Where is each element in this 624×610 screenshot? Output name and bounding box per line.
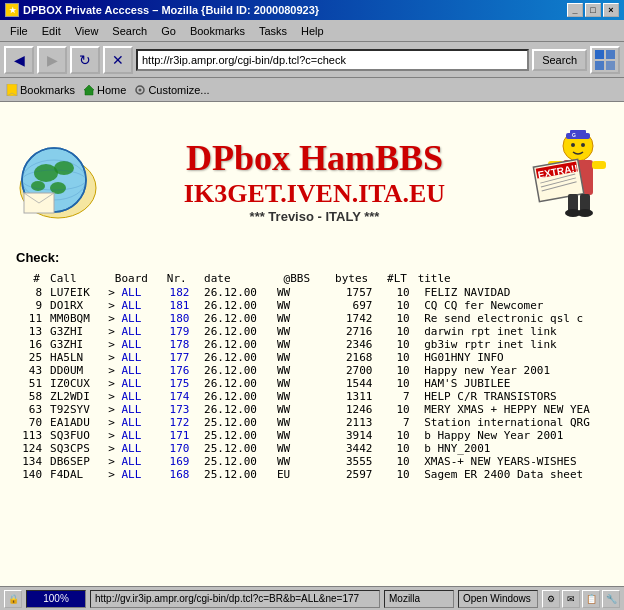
home-link[interactable]: Home — [83, 84, 126, 96]
cell-nr[interactable]: 175 — [156, 377, 193, 390]
home-label: Home — [97, 84, 126, 96]
content-area[interactable]: DPbox HamBBS IK3GET.IVEN.ITA.EU *** Trev… — [0, 102, 624, 586]
cell-bbs: WW — [266, 442, 318, 455]
board-link[interactable]: ALL — [121, 429, 141, 442]
cell-nr[interactable]: 179 — [156, 325, 193, 338]
cell-arrow-board: > ALL — [98, 442, 157, 455]
board-link[interactable]: ALL — [121, 351, 141, 364]
search-button[interactable]: Search — [532, 49, 587, 71]
board-link[interactable]: ALL — [121, 325, 141, 338]
cell-date: 25.12.00 — [193, 429, 266, 442]
back-button[interactable]: ◀ — [4, 46, 34, 74]
cell-nr[interactable]: 172 — [156, 416, 193, 429]
cell-nr[interactable]: 180 — [156, 312, 193, 325]
customize-link[interactable]: Customize... — [134, 84, 209, 96]
cell-bytes: 1311 — [318, 390, 377, 403]
table-row: 113 SQ3FUO > ALL 171 25.12.00 WW 3914 10… — [16, 429, 608, 442]
cell-call: DB6SEP — [46, 455, 98, 468]
cell-bytes: 2700 — [318, 364, 377, 377]
board-link[interactable]: ALL — [121, 312, 141, 325]
cell-bbs: EU — [266, 468, 318, 481]
cell-nr[interactable]: 170 — [156, 442, 193, 455]
status-icon-2: ✉ — [562, 590, 580, 608]
cell-nr[interactable]: 177 — [156, 351, 193, 364]
svg-point-13 — [50, 182, 66, 194]
board-link[interactable]: ALL — [121, 338, 141, 351]
cell-nr[interactable]: 168 — [156, 468, 193, 481]
cell-num: 63 — [16, 403, 46, 416]
board-link[interactable]: ALL — [121, 468, 141, 481]
menu-help[interactable]: Help — [295, 23, 330, 39]
stop-button[interactable]: ✕ — [103, 46, 133, 74]
reload-button[interactable]: ↻ — [70, 46, 100, 74]
close-button[interactable]: × — [603, 3, 619, 17]
cell-num: 70 — [16, 416, 46, 429]
cell-bbs: WW — [266, 416, 318, 429]
cell-arrow-board: > ALL — [98, 403, 157, 416]
window-controls[interactable]: _ □ × — [567, 3, 619, 17]
forward-button[interactable]: ▶ — [37, 46, 67, 74]
cell-arrow-board: > ALL — [98, 429, 157, 442]
cell-date: 26.12.00 — [193, 377, 266, 390]
cell-call: EA1ADU — [46, 416, 98, 429]
cell-lt: 10 — [376, 364, 413, 377]
cell-lt: 10 — [376, 455, 413, 468]
cell-arrow-board: > ALL — [98, 416, 157, 429]
cell-call: IZ0CUX — [46, 377, 98, 390]
cell-date: 26.12.00 — [193, 299, 266, 312]
cell-nr[interactable]: 174 — [156, 390, 193, 403]
board-link[interactable]: ALL — [121, 455, 141, 468]
board-link[interactable]: ALL — [121, 377, 141, 390]
board-link[interactable]: ALL — [121, 442, 141, 455]
menu-view[interactable]: View — [69, 23, 105, 39]
svg-rect-1 — [606, 50, 615, 59]
cell-bbs: WW — [266, 455, 318, 468]
cell-bbs: WW — [266, 286, 318, 299]
cell-arrow-board: > ALL — [98, 455, 157, 468]
cell-title: FELIZ NAVIDAD — [414, 286, 608, 299]
progress-indicator: 100% — [26, 590, 86, 608]
board-link[interactable]: ALL — [121, 403, 141, 416]
cell-nr[interactable]: 182 — [156, 286, 193, 299]
cell-nr[interactable]: 181 — [156, 299, 193, 312]
cell-lt: 10 — [376, 286, 413, 299]
cell-call: SQ3CPS — [46, 442, 98, 455]
board-link[interactable]: ALL — [121, 299, 141, 312]
cell-title: gb3iw rptr inet link — [414, 338, 608, 351]
cell-title: CQ CQ fer Newcomer — [414, 299, 608, 312]
cell-bytes: 2168 — [318, 351, 377, 364]
board-link[interactable]: ALL — [121, 416, 141, 429]
cell-title: HG01HNY INFO — [414, 351, 608, 364]
cell-arrow-board: > ALL — [98, 312, 157, 325]
menu-search[interactable]: Search — [106, 23, 153, 39]
cell-call: DO1RX — [46, 299, 98, 312]
menu-edit[interactable]: Edit — [36, 23, 67, 39]
bookmarks-link[interactable]: Bookmarks — [6, 84, 75, 96]
title-bar: ★ DPBOX Private Acccess – Mozilla {Build… — [0, 0, 624, 20]
cell-nr[interactable]: 176 — [156, 364, 193, 377]
cell-num: 8 — [16, 286, 46, 299]
cell-nr[interactable]: 173 — [156, 403, 193, 416]
board-link[interactable]: ALL — [121, 286, 141, 299]
menu-tasks[interactable]: Tasks — [253, 23, 293, 39]
cell-num: 140 — [16, 468, 46, 481]
cell-arrow-board: > ALL — [98, 390, 157, 403]
globe-image — [16, 138, 101, 223]
menu-bookmarks[interactable]: Bookmarks — [184, 23, 251, 39]
menu-file[interactable]: File — [4, 23, 34, 39]
board-link[interactable]: ALL — [121, 364, 141, 377]
url-input[interactable] — [136, 49, 529, 71]
menu-go[interactable]: Go — [155, 23, 182, 39]
cell-nr[interactable]: 169 — [156, 455, 193, 468]
maximize-button[interactable]: □ — [585, 3, 601, 17]
cell-nr[interactable]: 171 — [156, 429, 193, 442]
col-bbs: @BBS — [266, 271, 318, 286]
board-link[interactable]: ALL — [121, 390, 141, 403]
customize-label: Customize... — [148, 84, 209, 96]
cell-nr[interactable]: 178 — [156, 338, 193, 351]
status-url: http://gv.ir3ip.ampr.org/cgi-bin/dp.tcl?… — [90, 590, 380, 608]
table-row: 11 MM0BQM > ALL 180 26.12.00 WW 1742 10 … — [16, 312, 608, 325]
cell-bbs: WW — [266, 403, 318, 416]
minimize-button[interactable]: _ — [567, 3, 583, 17]
col-call: Call — [46, 271, 98, 286]
